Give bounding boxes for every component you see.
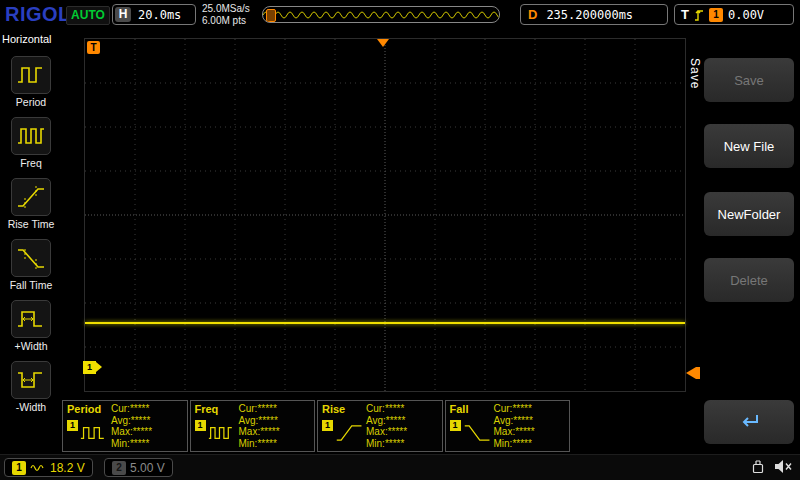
measurement-name: Fall <box>450 403 469 415</box>
avg-value: Avg:***** <box>111 415 152 427</box>
speaker-icon <box>774 459 794 474</box>
avg-value: Avg:***** <box>494 415 535 427</box>
acquisition-info: 25.0MSa/s 6.00M pts <box>202 3 250 27</box>
measurement-period[interactable]: Period 1 Cur:***** Avg:***** Max:***** M… <box>62 400 188 452</box>
status-bar: 1 18.2 V 2 5.00 V <box>0 454 800 480</box>
sidebar-title: Horizontal <box>0 30 54 47</box>
min-value: Min:***** <box>239 438 280 450</box>
channel-badge: 1 <box>195 420 206 431</box>
sidebar-item-label: -Width <box>16 401 46 413</box>
rise-icon <box>335 421 365 445</box>
horizontal-timebase-box[interactable]: H 20.0ms <box>112 4 196 25</box>
soft-menu-panel: Save Save New File NewFolder Delete <box>686 30 800 480</box>
channel-scale: 5.00 V <box>130 461 165 475</box>
timebase-value: 20.0ms <box>138 8 181 22</box>
trigger-source-badge: 1 <box>709 8 723 22</box>
period-icon <box>80 421 110 445</box>
memory-depth-text: 6.00M pts <box>202 15 250 27</box>
sidebar-item-period[interactable]: Period <box>11 56 51 108</box>
sidebar-item-label: +Width <box>15 340 48 352</box>
max-value: Max:***** <box>239 426 280 438</box>
plus-width-icon <box>11 300 51 338</box>
channel-number-badge: 2 <box>112 461 126 475</box>
oscilloscope-screen: RIGOL AUTO H 20.0ms 25.0MSa/s 6.00M pts … <box>0 0 800 480</box>
channel1-chip[interactable]: 1 18.2 V <box>4 458 93 477</box>
delay-box[interactable]: D 235.200000ms <box>520 4 668 25</box>
rise-time-icon <box>11 178 51 216</box>
channel-badge: 1 <box>450 420 461 431</box>
trigger-offset-marker: T <box>87 41 100 54</box>
rigol-logo: RIGOL <box>5 3 71 26</box>
measurement-values: Cur:***** Avg:***** Max:***** Min:***** <box>494 403 535 449</box>
sidebar-item-freq[interactable]: Freq <box>11 117 51 169</box>
sample-rate-text: 25.0MSa/s <box>202 3 250 15</box>
usb-icon <box>750 459 766 474</box>
measurement-values: Cur:***** Avg:***** Max:***** Min:***** <box>111 403 152 449</box>
trigger-level-value: 0.00V <box>728 8 764 22</box>
channel-number-badge: 1 <box>12 461 26 475</box>
max-value: Max:***** <box>111 426 152 438</box>
min-value: Min:***** <box>111 438 152 450</box>
channel2-chip[interactable]: 2 5.00 V <box>104 458 173 477</box>
measurement-freq[interactable]: Freq 1 Cur:***** Avg:***** Max:***** Min… <box>190 400 316 452</box>
freq-icon <box>208 421 238 445</box>
sidebar-item-label: Freq <box>20 157 42 169</box>
sidebar-item-fall-time[interactable]: Fall Time <box>10 239 53 291</box>
waveform-preview[interactable] <box>262 6 500 23</box>
run-status-badge: AUTO <box>66 6 110 25</box>
sidebar-item-rise-time[interactable]: Rise Time <box>8 178 55 230</box>
measurement-bar: Period 1 Cur:***** Avg:***** Max:***** M… <box>62 400 570 452</box>
enter-button[interactable] <box>704 400 794 444</box>
min-value: Min:***** <box>366 438 407 450</box>
trigger-label: T <box>681 7 689 22</box>
channel-scale: 18.2 V <box>50 461 85 475</box>
sidebar-item-label: Fall Time <box>10 279 53 291</box>
cur-value: Cur:***** <box>366 403 407 415</box>
minus-width-icon <box>11 361 51 399</box>
measurement-name: Rise <box>322 403 345 415</box>
avg-value: Avg:***** <box>239 415 280 427</box>
measurement-values: Cur:***** Avg:***** Max:***** Min:***** <box>239 403 280 449</box>
max-value: Max:***** <box>366 426 407 438</box>
top-bar: RIGOL AUTO H 20.0ms 25.0MSa/s 6.00M pts … <box>0 0 800 30</box>
channel-badge: 1 <box>322 420 333 431</box>
min-value: Min:***** <box>494 438 535 450</box>
measurement-name: Period <box>67 403 101 415</box>
avg-value: Avg:***** <box>366 415 407 427</box>
sidebar-item-neg-width[interactable]: -Width <box>11 361 51 413</box>
status-icons <box>750 459 794 474</box>
new-file-button[interactable]: New File <box>704 124 794 168</box>
sidebar-item-label: Rise Time <box>8 218 55 230</box>
cur-value: Cur:***** <box>239 403 280 415</box>
trigger-position-marker-icon <box>377 39 389 47</box>
channel-waveform-icon <box>30 463 46 473</box>
channel-badge: 1 <box>67 420 78 431</box>
fall-icon <box>463 421 493 445</box>
measurement-rise[interactable]: Rise 1 Cur:***** Avg:***** Max:***** Min… <box>317 400 443 452</box>
fall-time-icon <box>11 239 51 277</box>
trigger-box[interactable]: T 1 0.00V <box>674 4 794 25</box>
delete-button[interactable]: Delete <box>704 258 794 302</box>
sidebar-item-pos-width[interactable]: +Width <box>11 300 51 352</box>
waveform-display: T 1 <box>84 38 686 392</box>
measurement-name: Freq <box>195 403 219 415</box>
preview-waveform-icon <box>263 7 499 22</box>
horizontal-label: H <box>115 7 131 22</box>
trigger-slope-icon <box>694 8 704 22</box>
menu-tab-save: Save <box>688 58 702 89</box>
grid-lines <box>85 39 685 391</box>
freq-icon <box>11 117 51 155</box>
period-icon <box>11 56 51 94</box>
left-sidebar: Horizontal Period Freq Rise Time <box>0 30 62 480</box>
delay-value: 235.200000ms <box>546 8 633 22</box>
save-button[interactable]: Save <box>704 58 794 102</box>
sidebar-item-label: Period <box>16 96 46 108</box>
max-value: Max:***** <box>494 426 535 438</box>
new-folder-button[interactable]: NewFolder <box>704 192 794 236</box>
measurement-values: Cur:***** Avg:***** Max:***** Min:***** <box>366 403 407 449</box>
channel1-trace <box>85 322 685 324</box>
measurement-fall[interactable]: Fall 1 Cur:***** Avg:***** Max:***** Min… <box>445 400 571 452</box>
channel1-ground-marker: 1 <box>83 361 96 374</box>
cur-value: Cur:***** <box>111 403 152 415</box>
delay-label: D <box>528 7 537 22</box>
